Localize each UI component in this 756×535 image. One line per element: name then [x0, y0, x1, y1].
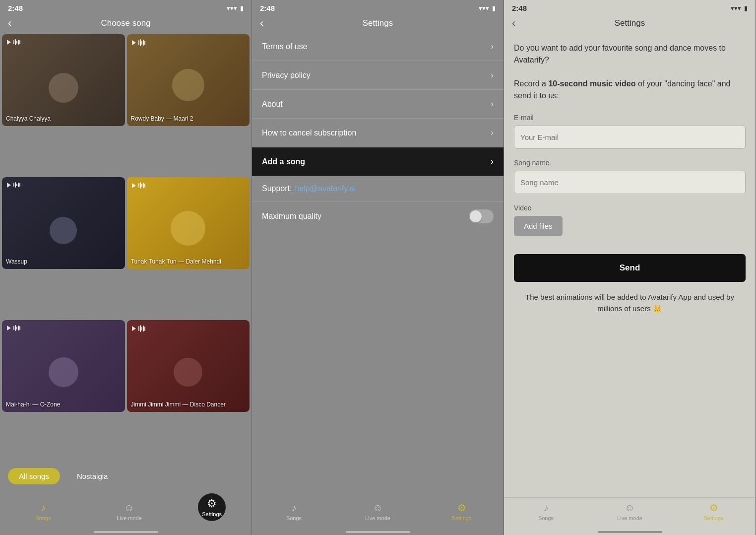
nav-songs-1[interactable]: ♪ Songs — [26, 502, 61, 521]
waveform-icon — [138, 182, 145, 189]
nav-label-livemode-2: Live mode — [365, 515, 390, 521]
nav-livemode-2[interactable]: ☺ Live mode — [361, 502, 395, 521]
music-icon: ♪ — [41, 502, 46, 514]
page-title-1: Choose song — [101, 18, 150, 28]
status-bar-2: 2:48 ▾▾▾ ▮ — [252, 0, 504, 14]
back-button-2[interactable]: ‹ — [260, 17, 263, 30]
settings-support: Support: help@avatarify.ai — [252, 176, 504, 201]
play-icon — [132, 326, 136, 331]
nav-settings-2[interactable]: ⚙ Settings — [444, 502, 479, 521]
nav-livemode-3[interactable]: ☺ Live mode — [613, 502, 647, 521]
filter-nostalgia[interactable]: Nostalgia — [66, 468, 119, 484]
page-title-2: Settings — [363, 18, 393, 28]
time-1: 2:48 — [8, 4, 23, 12]
video-label: Video — [514, 204, 746, 212]
filter-all-songs[interactable]: All songs — [8, 468, 60, 484]
settings-list: Terms of use › Privacy policy › About › … — [252, 32, 504, 498]
nav-livemode-1[interactable]: ☺ Live mode — [112, 502, 146, 521]
back-button-1[interactable]: ‹ — [8, 17, 11, 30]
face-icon-2: ☺ — [373, 502, 382, 514]
status-icons-3: ▾▾▾ ▮ — [731, 4, 748, 12]
send-button[interactable]: Send — [514, 254, 746, 282]
wifi-icon-1: ▾▾▾ — [227, 4, 237, 12]
nav-settings-circle[interactable]: ⚙ Settings — [198, 493, 226, 521]
support-label: Support: — [262, 184, 292, 193]
bottom-nav-1: ♪ Songs ☺ Live mode ⚙ Settings — [0, 489, 252, 529]
song-card-maiha[interactable]: Mai-ha-hi — O-Zone — [2, 320, 125, 412]
music-icon-2: ♪ — [292, 502, 297, 514]
email-label: E-mail — [514, 114, 746, 122]
waveform-icon — [13, 182, 20, 188]
time-2: 2:48 — [260, 4, 275, 12]
status-bar-3: 2:48 ▾▾▾ ▮ — [504, 0, 756, 14]
waveform-icon — [13, 39, 20, 45]
nav-songs-2[interactable]: ♪ Songs — [277, 502, 312, 521]
home-indicator-1 — [94, 531, 158, 533]
add-song-content: Do you want to add your favourite song a… — [504, 32, 756, 497]
filter-bar: All songs Nostalgia — [0, 463, 252, 489]
gear-icon-3: ⚙ — [709, 502, 718, 514]
chevron-right-icon-cancel: › — [491, 128, 494, 138]
settings-item-about[interactable]: About › — [252, 90, 504, 119]
quality-toggle[interactable] — [469, 209, 494, 223]
quality-label: Maximum quality — [262, 212, 321, 221]
song-label-chaiyya: Chaiyya Chaiyya — [6, 115, 121, 122]
support-email[interactable]: help@avatarify.ai — [295, 184, 356, 193]
song-card-rowdy[interactable]: Rowdy Baby — Maari 2 — [127, 34, 250, 126]
chevron-right-icon-terms: › — [491, 41, 494, 52]
song-name-input[interactable] — [514, 171, 746, 194]
nav-label-livemode-1: Live mode — [117, 515, 142, 521]
song-card-jimmi[interactable]: Jimmi Jimmi Jimmi — Disco Dancer — [127, 320, 250, 412]
nav-songs-3[interactable]: ♪ Songs — [529, 502, 564, 521]
nav-bar-2: ‹ Settings — [252, 14, 504, 32]
song-grid: Chaiyya Chaiyya Rowdy Baby — Maari 2 — [0, 32, 252, 463]
status-bar-1: 2:48 ▾▾▾ ▮ — [0, 0, 252, 14]
add-files-button[interactable]: Add files — [514, 216, 563, 236]
video-field-group: Video Add files — [514, 204, 746, 236]
home-indicator-3 — [598, 531, 662, 533]
music-icon-3: ♪ — [544, 502, 549, 514]
settings-item-terms[interactable]: Terms of use › — [252, 32, 504, 61]
song-card-wassup[interactable]: Wassup — [2, 177, 125, 269]
status-icons-2: ▾▾▾ ▮ — [479, 4, 496, 12]
chevron-right-icon-addsong: › — [491, 156, 494, 167]
song-card-chaiyya[interactable]: Chaiyya Chaiyya — [2, 34, 125, 126]
nav-label-songs-1: Songs — [35, 515, 51, 521]
settings-item-addsong[interactable]: Add a song › — [252, 147, 504, 176]
email-field-group: E-mail — [514, 114, 746, 149]
play-icon — [7, 326, 11, 331]
nav-label-livemode-3: Live mode — [617, 515, 642, 521]
add-song-panel: 2:48 ▾▾▾ ▮ ‹ Settings Do you want to add… — [504, 0, 756, 535]
settings-panel: 2:48 ▾▾▾ ▮ ‹ Settings Terms of use › Pri… — [252, 0, 504, 535]
battery-icon-3: ▮ — [744, 4, 748, 12]
back-button-3[interactable]: ‹ — [512, 17, 515, 30]
toggle-thumb — [470, 210, 482, 222]
settings-item-privacy[interactable]: Privacy policy › — [252, 61, 504, 90]
status-icons-1: ▾▾▾ ▮ — [227, 4, 244, 12]
waveform-icon — [138, 325, 145, 332]
battery-icon-2: ▮ — [492, 4, 496, 12]
face-icon-1: ☺ — [124, 502, 134, 514]
battery-icon-1: ▮ — [240, 4, 244, 12]
nav-settings-3[interactable]: ⚙ Settings — [696, 502, 731, 521]
song-card-tunak[interactable]: Tunak Tunak Tun — Daler Mehndi — [127, 177, 250, 269]
bottom-nav-3: ♪ Songs ☺ Live mode ⚙ Settings — [504, 497, 756, 529]
settings-label-about: About — [262, 100, 283, 109]
wifi-icon-3: ▾▾▾ — [731, 4, 741, 12]
song-name-label: Song name — [514, 159, 746, 167]
waveform-icon — [13, 325, 20, 331]
settings-label-addsong: Add a song — [262, 157, 305, 166]
settings-label-terms: Terms of use — [262, 42, 308, 51]
choose-song-panel: 2:48 ▾▾▾ ▮ ‹ Choose song Chaiyya Chaiyya — [0, 0, 252, 535]
song-label-rowdy: Rowdy Baby — Maari 2 — [131, 115, 246, 122]
settings-spacer — [252, 231, 504, 498]
settings-quality: Maximum quality — [252, 201, 504, 231]
gear-icon-2: ⚙ — [457, 502, 466, 514]
face-icon-3: ☺ — [625, 502, 634, 514]
settings-item-cancel[interactable]: How to cancel subscription › — [252, 119, 504, 147]
settings-label-cancel: How to cancel subscription — [262, 129, 356, 137]
song-label-jimmi: Jimmi Jimmi Jimmi — Disco Dancer — [131, 401, 246, 408]
play-icon — [132, 183, 136, 188]
nav-label-songs-3: Songs — [538, 515, 554, 521]
email-input[interactable] — [514, 126, 746, 149]
